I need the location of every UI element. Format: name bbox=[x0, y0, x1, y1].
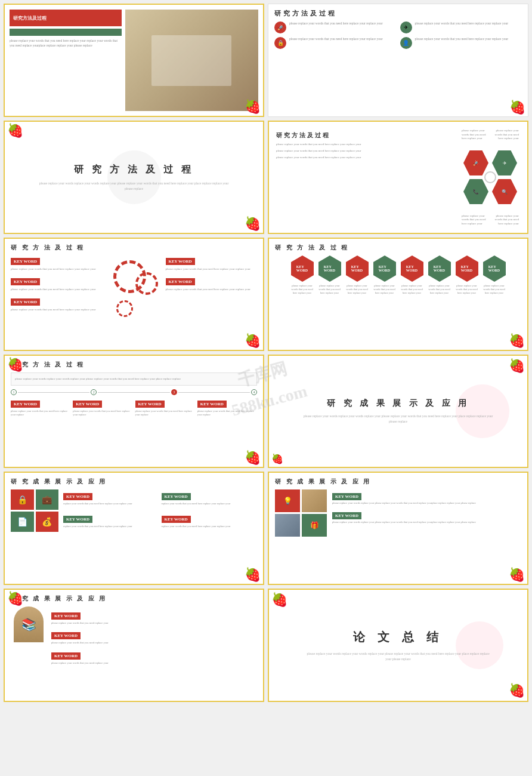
slide2-text4: please replace your words that you need … bbox=[415, 37, 509, 41]
slide2-text3: please replace your words that you need … bbox=[289, 37, 383, 41]
slide3-sub: please replace your words replace your w… bbox=[36, 181, 231, 192]
slide4-text3: please replace your words that you need … bbox=[276, 155, 457, 159]
slide7-kw-col2: KEY WORD please replace your words that … bbox=[73, 400, 132, 417]
slide-3: 🍓 🍓 研 究 方 法 及 过 程 please replace your wo… bbox=[4, 121, 264, 234]
straw-tl-11: 🍓 bbox=[7, 592, 23, 605]
slide11-title: 研 究 成 果 展 示 及 应 用 bbox=[11, 595, 257, 603]
slide9-icon1: 🔒 bbox=[11, 489, 34, 510]
slide5-title: 研 究 方 法 及 过 程 bbox=[11, 244, 257, 252]
strawberry-decoration: 🍓 bbox=[245, 100, 261, 113]
slide-7: 🍓 研 究 方 法 及 过 程 please replace your word… bbox=[4, 355, 264, 468]
slide-8: 🍓 🍓 研 究 成 果 展 示 及 应 用 please replace you… bbox=[268, 355, 528, 468]
slide7-step1: 1 bbox=[11, 389, 17, 395]
slide-grid: 研究方法及过程 please replace your words that y… bbox=[0, 0, 532, 706]
slide7-kw-col3: KEY WORD please replace your words that … bbox=[135, 400, 195, 417]
slide6-hex2: KEYWORD bbox=[317, 255, 343, 282]
slide4-title: 研究方法及过程 bbox=[276, 131, 457, 140]
slide6-hex1-text: please replace your words that you need … bbox=[289, 284, 316, 295]
slide10-title: 研 究 成 果 展 示 及 应 用 bbox=[275, 478, 521, 486]
slide-10: 研 究 成 果 展 示 及 应 用 💡 bbox=[268, 472, 528, 585]
straw-br-3: 🍓 bbox=[245, 217, 261, 230]
slide10-kw1: KEY WORD please replace your words repla… bbox=[332, 489, 521, 505]
slide5-kw3: KEY WORD bbox=[11, 298, 40, 306]
slide8-title: 研 究 成 果 展 示 及 应 用 bbox=[327, 398, 469, 409]
straw-br-9: 🍓 bbox=[245, 568, 261, 581]
slide7-text: please replace your words replace your w… bbox=[11, 372, 257, 386]
slide5-kw1-text: please replace your words that you need … bbox=[11, 267, 103, 271]
slide5-kw3-text: please replace your words that you need … bbox=[11, 307, 103, 312]
slide9-text4: KEY WORD replace your words that you nee… bbox=[162, 512, 258, 532]
slide-1: 研究方法及过程 please replace your words that y… bbox=[4, 4, 264, 117]
slide6-hex4: KEYWORD bbox=[372, 255, 398, 282]
slide-2: 研究方法及过程 🚀 please replace your words that… bbox=[268, 4, 528, 117]
slide5-kw2-text: please replace your words that you need … bbox=[11, 287, 103, 291]
slide7-title: 研 究 方 法 及 过 程 bbox=[11, 361, 257, 369]
slide6-hex7-text: please replace your words that you need … bbox=[454, 284, 480, 295]
slide7-step2: 2 bbox=[91, 389, 97, 395]
slide4-corner-bl: please replace your words that you need … bbox=[462, 214, 491, 226]
slide9-text2: KEY WORD replace your words that you nee… bbox=[162, 489, 258, 510]
slide5-kw1: KEY WORD bbox=[11, 258, 40, 265]
straw-br-7: 🍓 bbox=[245, 451, 261, 464]
straw-tr-8: 🍓 bbox=[509, 358, 525, 374]
slide6-title: 研 究 方 法 及 过 程 bbox=[275, 244, 521, 252]
slide6-hex5: KEYWORD bbox=[399, 255, 425, 282]
slide6-hex4-text: please replace your words that you need … bbox=[372, 284, 398, 295]
slide-11: 🍓 研 究 成 果 展 示 及 应 用 📚 KEY WORD please re… bbox=[4, 589, 264, 702]
slide7-step3: 3 bbox=[171, 389, 177, 395]
slide4-text1: please replace your words that you need … bbox=[276, 142, 457, 146]
slide-6: 研 究 方 法 及 过 程 KEYWORD KEYWORD KEYWORD KE… bbox=[268, 238, 528, 351]
slide-12: 🍓 🍓 论 文 总 结 please replace your words re… bbox=[268, 589, 528, 702]
slide4-text2: please replace your words that you need … bbox=[276, 149, 457, 153]
slide6-hex6: KEYWORD bbox=[426, 255, 453, 282]
slide6-hex3-text: please replace your words that you need … bbox=[344, 284, 370, 295]
slide11-kw1: KEY WORD please replace your words that … bbox=[51, 609, 257, 625]
icon-person: 👤 bbox=[400, 37, 412, 49]
slide1-placeholder: please replace your words that you need … bbox=[10, 38, 122, 48]
slide2-text2: please replace your words that you need … bbox=[415, 21, 509, 25]
slide7-kw-col1: KEY WORD please replace your words that … bbox=[11, 400, 70, 417]
icon-plane: ✈ bbox=[400, 21, 412, 33]
slide6-hex8-text: please replace your words that you need … bbox=[481, 284, 508, 295]
slide10-img-icon1: 💡 bbox=[283, 497, 292, 506]
slide2-title: 研究方法及过程 bbox=[274, 9, 522, 18]
slide9-icon3: 📄 bbox=[11, 512, 34, 532]
straw-tl-12: 🍓 bbox=[271, 592, 287, 608]
slide9-title: 研 究 成 果 展 示 及 应 用 bbox=[11, 478, 257, 486]
slide-4: 研究方法及过程 please replace your words that y… bbox=[268, 121, 528, 234]
slide12-sub: please replace your words replace your w… bbox=[307, 651, 490, 662]
slide-5: 研 究 方 法 及 过 程 KEY WORD please replace yo… bbox=[4, 238, 264, 351]
slide7-kw-col4: KEY WORD please replace your words that … bbox=[197, 400, 257, 417]
slide6-hex5-text: please replace your words that you need … bbox=[399, 284, 425, 295]
straw-br-5: 🍓 bbox=[245, 334, 261, 347]
slide4-corner-tr: please replace your words that you need … bbox=[489, 129, 519, 141]
slide6-hex3: KEYWORD bbox=[344, 255, 370, 282]
slide6-hex6-text: please replace your words that you need … bbox=[426, 284, 453, 295]
slide11-arch-icon: 📚 bbox=[21, 617, 36, 632]
straw-br-12: 🍓 bbox=[509, 683, 525, 698]
slide9-icon2: 💼 bbox=[36, 489, 59, 510]
slide10-kw2: KEY WORD please replace your words repla… bbox=[332, 509, 521, 524]
slide6-hex1: KEYWORD bbox=[289, 255, 316, 282]
slide5-kw5: KEY WORD bbox=[166, 278, 195, 285]
icon-rocket: 🚀 bbox=[274, 21, 286, 33]
slide5-kw5-text: please replace your words that you need … bbox=[166, 287, 258, 291]
slide6-hex8: KEYWORD bbox=[481, 255, 508, 282]
slide5-kw4-text: please replace your words that you need … bbox=[166, 267, 258, 271]
slide8-sub: please replace your words replace your w… bbox=[301, 414, 496, 424]
slide1-red-label: 研究方法及过程 bbox=[13, 15, 47, 21]
slide11-kw3: KEY WORD please replace your words that … bbox=[51, 649, 257, 665]
slide9-text1: KEY WORD replace your words that you nee… bbox=[63, 489, 159, 510]
slide6-hex7: KEYWORD bbox=[454, 255, 480, 282]
slide4-corner-br: please replace your words that you need … bbox=[489, 214, 519, 226]
slide6-hex2-text: please replace your words that you need … bbox=[317, 284, 343, 295]
straw-tl-3: 🍓 bbox=[7, 124, 23, 137]
slide9-text3: KEY WORD replace your words that you nee… bbox=[63, 512, 159, 532]
slide3-title: 研 究 方 法 及 过 程 bbox=[74, 164, 194, 176]
slide4-corner-tl: please replace your words that you need … bbox=[462, 129, 491, 141]
slide5-kw4: KEY WORD bbox=[166, 258, 195, 265]
slide11-kw2: KEY WORD please replace your words that … bbox=[51, 629, 257, 645]
straw-br-6: 🍓 bbox=[509, 334, 525, 347]
slide10-img-icon2: 🎁 bbox=[310, 521, 319, 530]
slide2-text1: please replace your words that you need … bbox=[289, 21, 383, 25]
